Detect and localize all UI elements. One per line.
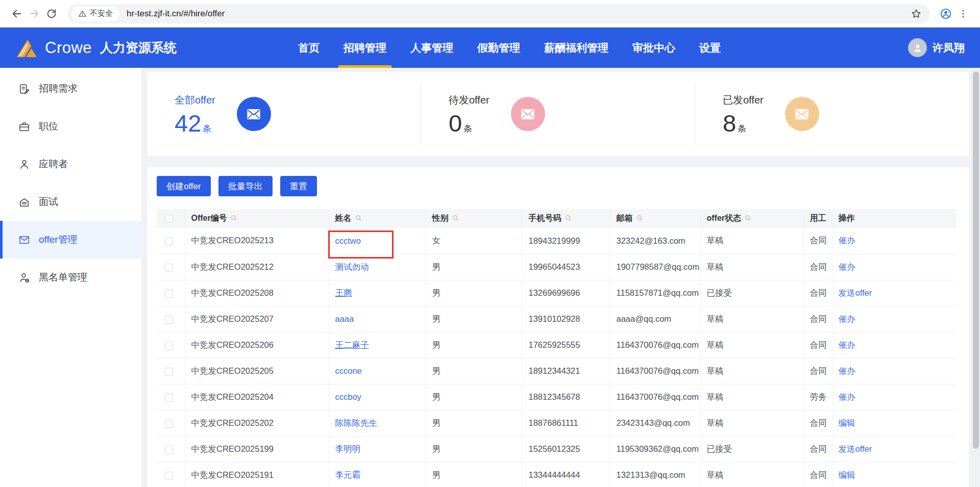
browser-profile-icon[interactable] (937, 5, 954, 22)
column-header-email: 邮箱 (610, 209, 700, 228)
row-action-link[interactable]: 发送offer (839, 444, 872, 453)
candidate-name-link[interactable]: 王腾 (335, 288, 352, 297)
candidate-name-link[interactable]: aaaa (335, 314, 354, 323)
search-icon[interactable] (633, 214, 644, 222)
nav-item-personnel[interactable]: 人事管理 (410, 28, 453, 68)
column-label: Offer编号 (191, 214, 227, 222)
cell-name: aaaa (329, 306, 426, 332)
row-action-link[interactable]: 催办 (839, 314, 855, 323)
candidate-name-link[interactable]: cccboy (335, 392, 361, 401)
row-action-link[interactable]: 催办 (839, 262, 855, 271)
reset-button[interactable]: 重置 (280, 176, 317, 196)
sidebar-item-offer-management[interactable]: offer管理 (0, 221, 141, 259)
search-icon[interactable] (352, 214, 362, 222)
stat-all-offer[interactable]: 全部offer42条 (147, 83, 421, 145)
row-action-link[interactable]: 催办 (839, 366, 855, 375)
cell-phone: 18812345678 (522, 384, 610, 410)
cell-offer-no: 中竞发CREO2025206 (185, 332, 329, 358)
brand-name: Crowe (45, 39, 92, 57)
batch-export-button[interactable]: 批量导出 (218, 176, 273, 196)
browser-menu-icon[interactable] (954, 5, 972, 22)
security-chip[interactable]: 不安全 (71, 6, 119, 21)
row-checkbox[interactable] (165, 316, 173, 324)
back-icon[interactable] (8, 5, 26, 22)
stat-pending-offer[interactable]: 待发offer0条 (421, 83, 695, 145)
nav-item-attendance[interactable]: 假勤管理 (477, 28, 520, 68)
row-action-link[interactable]: 催办 (839, 236, 855, 245)
candidate-name-link[interactable]: 测试勿动 (335, 262, 369, 271)
url-text[interactable]: hr-test.zjf-it.cn/#/hire/offer (127, 9, 225, 19)
nav-item-payroll[interactable]: 薪酬福利管理 (544, 28, 608, 68)
sidebar-item-label: 招聘需求 (39, 82, 78, 95)
candidate-name-link[interactable]: cccone (335, 366, 362, 375)
sidebar-item-candidates[interactable]: 应聘者 (0, 145, 141, 183)
sidebar-item-interview[interactable]: 面试 (0, 183, 141, 221)
cell-name: 王二麻子 (329, 332, 426, 358)
nav-item-settings[interactable]: 设置 (699, 28, 721, 68)
page-scrollbar-thumb[interactable] (973, 71, 979, 449)
create-offer-button[interactable]: 创建offer (157, 176, 211, 196)
search-icon[interactable] (561, 214, 572, 222)
table-row: 中竞发CREO2025205cccone男1891234432111643700… (157, 358, 957, 384)
cell-email: 1195309362@qq.com (610, 436, 700, 462)
bookmark-star-icon[interactable] (908, 5, 925, 22)
candidate-name-link[interactable]: 王二麻子 (335, 340, 369, 349)
row-checkbox[interactable] (165, 472, 173, 480)
cell-email: 1164370076@qq.com (610, 358, 700, 384)
row-checkbox[interactable] (165, 420, 173, 428)
cell-action: 催办 (832, 228, 957, 254)
stat-unit: 条 (463, 123, 472, 135)
candidate-name-link[interactable]: 李元霸 (335, 470, 361, 479)
row-checkbox[interactable] (165, 264, 173, 272)
row-checkbox[interactable] (165, 237, 173, 245)
stat-label: 全部offer (175, 93, 215, 107)
nav-item-home[interactable]: 首页 (298, 28, 320, 68)
candidate-name-link[interactable]: 陈陈陈先生 (335, 418, 378, 427)
cell-action: 催办 (832, 254, 957, 280)
page-scrollbar-track[interactable] (972, 68, 980, 487)
stat-sent-offer[interactable]: 已发offer8条 (695, 83, 969, 145)
table-row: 中竞发CREO2025213ccctwo女18943219999323242@1… (157, 228, 957, 254)
row-checkbox[interactable] (165, 394, 173, 402)
row-action-link[interactable]: 催办 (839, 340, 855, 349)
search-icon[interactable] (449, 214, 459, 222)
header-user[interactable]: 许凤翔 (908, 38, 965, 57)
row-action-link[interactable]: 编辑 (839, 470, 855, 479)
sidebar-item-position[interactable]: 职位 (0, 108, 141, 145)
cell-name: ccctwo (329, 228, 426, 254)
sidebar-item-label: offer管理 (39, 233, 78, 246)
app-header: Crowe 人力资源系统 首页招聘管理人事管理假勤管理薪酬福利管理审批中心设置 … (0, 28, 980, 68)
address-bar[interactable]: 不安全 hr-test.zjf-it.cn/#/hire/offer (67, 4, 930, 23)
row-checkbox-cell (157, 228, 185, 254)
row-checkbox[interactable] (165, 368, 173, 376)
stat-value-row: 8条 (723, 111, 764, 135)
row-action-link[interactable]: 催办 (839, 392, 855, 401)
row-checkbox[interactable] (165, 446, 173, 454)
candidate-name-link[interactable]: ccctwo (335, 236, 361, 245)
forward-icon[interactable] (26, 5, 43, 22)
search-icon[interactable] (741, 214, 752, 222)
cell-phone: 17625925555 (522, 332, 610, 358)
cell-status: 草稿 (700, 306, 803, 332)
reload-icon[interactable] (43, 5, 60, 22)
nav-item-recruitment[interactable]: 招聘管理 (344, 28, 386, 68)
select-all-checkbox[interactable] (165, 215, 173, 223)
row-checkbox[interactable] (165, 290, 173, 298)
cell-email: 323242@163.com (610, 228, 700, 254)
search-icon[interactable] (227, 214, 238, 222)
cell-phone: 13269699696 (522, 280, 610, 306)
candidate-name-link[interactable]: 李明明 (335, 444, 361, 453)
row-checkbox[interactable] (165, 342, 173, 350)
envelope-icon (18, 234, 30, 246)
cell-email: 1158157871@qq.com (610, 280, 700, 306)
row-checkbox-cell (157, 462, 185, 487)
cell-status: 草稿 (700, 358, 803, 384)
sidebar-item-recruit-demand[interactable]: 招聘需求 (0, 70, 141, 108)
nav-item-approval[interactable]: 审批中心 (632, 28, 675, 68)
sidebar-item-blacklist[interactable]: 黑名单管理 (0, 259, 141, 296)
row-action-link[interactable]: 发送offer (839, 288, 872, 297)
document-edit-icon (18, 83, 30, 95)
sidebar: 招聘需求职位应聘者面试offer管理黑名单管理 (0, 68, 141, 487)
row-action-link[interactable]: 编辑 (839, 418, 855, 427)
security-label: 不安全 (90, 9, 113, 18)
